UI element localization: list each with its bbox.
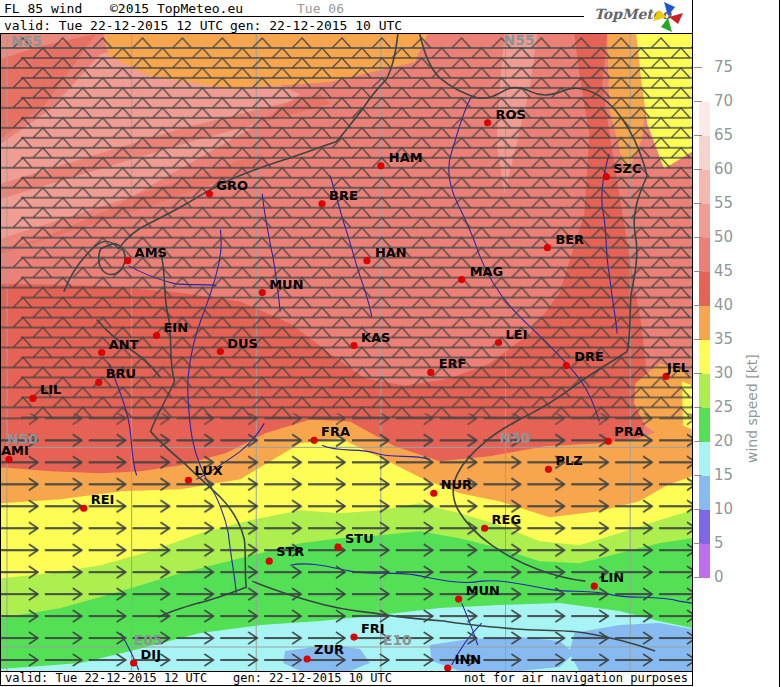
legend-tick-label: 0 <box>714 569 754 585</box>
city-label-MUN: MUN <box>269 277 303 292</box>
city-label-JEL: JEL <box>666 360 689 375</box>
city-label-LIL: LIL <box>40 382 61 397</box>
footer-generated-time: gen: 22-12-2015 10 UTC <box>233 672 392 685</box>
city-dot-ANT <box>98 349 105 356</box>
legend-tick <box>694 441 702 442</box>
city-dot-DIJ <box>130 659 137 666</box>
header-divider <box>0 16 584 17</box>
page-border <box>779 0 780 687</box>
city-label-BER: BER <box>555 232 584 247</box>
city-dot-STU <box>334 544 341 551</box>
city-dot-FRA <box>311 437 318 444</box>
city-dot-ZUR <box>304 655 311 662</box>
legend-segment-15-20 <box>699 442 710 476</box>
city-label-MUN: MUN <box>466 583 500 598</box>
city-label-FRA: FRA <box>321 424 350 439</box>
city-label-ERF: ERF <box>439 356 467 371</box>
graticule-label: E10 <box>383 632 412 648</box>
city-dot-SZC <box>603 173 610 180</box>
legend-tick <box>694 101 702 102</box>
city-dot-AMS <box>124 257 131 264</box>
topmeteo-pinwheel-icon <box>650 1 686 33</box>
city-dot-MUN <box>455 596 462 603</box>
legend-tick <box>694 135 702 136</box>
legend-tick-label: 5 <box>714 535 754 551</box>
legend-tick <box>694 339 702 340</box>
legend-segment-55-60 <box>699 170 710 204</box>
city-label-STU: STU <box>345 531 374 546</box>
city-dot-DRE <box>563 362 570 369</box>
city-dot-ERF <box>427 369 434 376</box>
city-label-REG: REG <box>492 512 521 527</box>
topmeteo-wind-chart-page: FL 85 wind ©2015 TopMeteo.eu Tue 06 TopM… <box>0 0 781 687</box>
footer-disclaimer: not for air navigation purposes <box>464 672 688 685</box>
city-dot-LUX <box>185 477 192 484</box>
legend-tick-label: 70 <box>714 93 754 109</box>
city-label-LUX: LUX <box>194 463 222 478</box>
city-dot-ROS <box>484 119 491 126</box>
legend-tick <box>694 407 702 408</box>
legend-tick-label: 55 <box>714 195 754 211</box>
city-label-LIN: LIN <box>600 570 624 585</box>
city-dot-LIN <box>591 583 598 590</box>
legend-tick-label: 60 <box>714 161 754 177</box>
city-dot-KAS <box>350 342 357 349</box>
city-label-INN: INN <box>455 652 482 667</box>
graticule-label: E05 <box>134 632 163 648</box>
header-vertical-rule <box>692 0 693 33</box>
legend-tick-label: 10 <box>714 501 754 517</box>
city-dot-FRI <box>350 633 357 640</box>
copyright-text: ©2015 TopMeteo.eu <box>110 1 243 16</box>
city-dot-PRA <box>605 438 612 445</box>
wind-speed-legend: 757065605550454035302520151050 wind spee… <box>694 33 779 671</box>
city-label-ANT: ANT <box>109 336 139 351</box>
city-label-GRO: GRO <box>216 178 248 193</box>
wind-map: N55N55N50N50E05E10 ROSHAMSZCGROBREBERAMS… <box>0 33 693 671</box>
legend-tick <box>694 67 702 68</box>
city-label-EIN: EIN <box>164 320 189 335</box>
product-title: FL 85 wind <box>4 1 82 16</box>
city-label-HAN: HAN <box>375 245 407 260</box>
graticule-label: N55 <box>504 34 535 48</box>
city-label-KAS: KAS <box>361 330 390 345</box>
graticule-label: N55 <box>11 34 42 49</box>
legend-segment-45-50 <box>699 238 710 272</box>
city-label-BRU: BRU <box>106 366 136 381</box>
legend-tick <box>694 169 702 170</box>
city-dot-REG <box>481 525 488 532</box>
valid-time: valid: Tue 22-12-2015 12 UTC <box>4 18 223 33</box>
city-label-MAG: MAG <box>470 264 504 279</box>
city-label-STR: STR <box>276 544 304 559</box>
city-dot-DUS <box>217 348 224 355</box>
city-label-AMI: AMI <box>1 443 29 458</box>
legend-segment-65-70 <box>699 102 710 136</box>
legend-title: wind speed [kt] <box>744 233 760 463</box>
legend-tick <box>694 475 702 476</box>
city-dot-MUN <box>259 289 266 296</box>
city-label-NUR: NUR <box>441 477 472 492</box>
city-label-REI: REI <box>91 492 115 507</box>
legend-tick <box>694 373 702 374</box>
generated-time: gen: 22-12-2015 10 UTC <box>230 18 402 33</box>
city-label-BRE: BRE <box>329 188 358 203</box>
city-label-AMS: AMS <box>135 245 167 260</box>
legend-tick-label: 75 <box>714 59 754 75</box>
city-label-LEI: LEI <box>506 327 528 342</box>
city-label-DRE: DRE <box>574 349 604 364</box>
city-label-ZUR: ZUR <box>314 642 344 657</box>
city-dot-MAG <box>458 276 465 283</box>
footer-valid-time: valid: Tue 22-12-2015 12 UTC <box>5 672 207 685</box>
legend-tick <box>694 305 702 306</box>
legend-tick <box>694 271 702 272</box>
wind-map-canvas: N55N55N50N50E05E10 ROSHAMSZCGROBREBERAMS… <box>1 34 692 671</box>
legend-tick <box>694 203 702 204</box>
legend-segment-0-5 <box>699 544 710 578</box>
city-dot-GRO <box>206 190 213 197</box>
city-label-PRA: PRA <box>614 424 644 439</box>
legend-segment-60-65 <box>699 136 710 170</box>
city-dot-HAN <box>363 257 370 264</box>
city-dot-LIL <box>29 395 36 402</box>
city-label-DUS: DUS <box>227 335 258 350</box>
legend-tick <box>694 577 702 578</box>
city-dot-STR <box>266 558 273 565</box>
